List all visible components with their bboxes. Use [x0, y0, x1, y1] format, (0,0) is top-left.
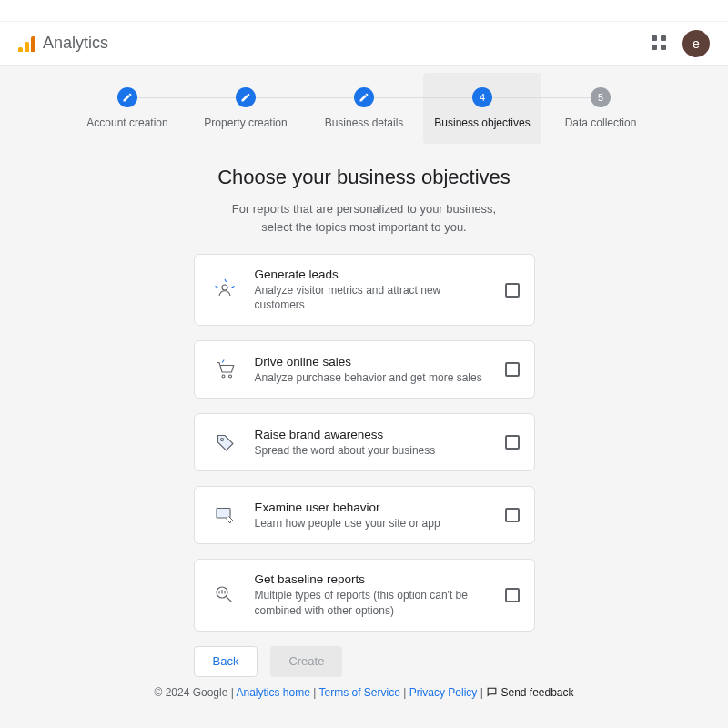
card-description: Multiple types of reports (this option c…	[255, 588, 490, 617]
step-account-creation[interactable]: Account creation	[68, 73, 187, 144]
card-description: Analyze purchase behavior and get more s…	[255, 370, 490, 385]
user-avatar[interactable]: e	[682, 30, 710, 57]
checkbox[interactable]	[505, 362, 520, 377]
objectives-list: Generate leads Analyze visitor metrics a…	[194, 254, 535, 632]
step-label: Property creation	[204, 116, 287, 129]
objective-get-baseline-reports[interactable]: Get baseline reports Multiple types of r…	[194, 559, 535, 631]
step-data-collection: 5 Data collection	[541, 73, 660, 144]
page-title: Choose your business objectives	[0, 166, 728, 189]
apps-grid-icon[interactable]	[652, 35, 668, 52]
pencil-icon	[359, 92, 369, 103]
card-title: Generate leads	[255, 268, 490, 281]
product-name: Analytics	[43, 34, 108, 53]
top-spacer	[0, 0, 728, 22]
objective-examine-user-behavior[interactable]: Examine user behavior Learn how people u…	[194, 486, 535, 544]
tag-icon	[209, 427, 240, 458]
card-description: Learn how people use your site or app	[255, 516, 490, 531]
page-subtitle: For reports that are personalized to you…	[0, 200, 728, 236]
analytics-home-link[interactable]: Analytics home	[237, 686, 310, 699]
pencil-icon	[240, 92, 251, 103]
leads-icon	[209, 275, 240, 306]
header-right: e	[652, 30, 710, 57]
step-label: Business objectives	[434, 116, 530, 129]
objective-drive-online-sales[interactable]: Drive online sales Analyze purchase beha…	[194, 340, 535, 399]
button-row: Back Create	[194, 646, 535, 677]
card-description: Spread the word about your business	[255, 443, 490, 458]
checkbox[interactable]	[505, 435, 520, 450]
step-label: Account creation	[86, 116, 167, 129]
card-title: Examine user behavior	[255, 500, 490, 514]
privacy-policy-link[interactable]: Privacy Policy	[410, 686, 478, 699]
card-description: Analyze visitor metrics and attract new …	[255, 283, 490, 312]
report-magnifier-icon	[209, 580, 240, 611]
stepper: Account creation Property creation Busin…	[0, 73, 728, 144]
checkbox[interactable]	[505, 588, 520, 602]
objective-generate-leads[interactable]: Generate leads Analyze visitor metrics a…	[194, 254, 535, 326]
screen-cursor-icon	[209, 500, 240, 531]
step-label: Business details	[325, 116, 404, 129]
app-header: Analytics e	[0, 22, 728, 66]
page-body: Account creation Property creation Busin…	[0, 66, 728, 728]
step-property-creation[interactable]: Property creation	[187, 73, 305, 144]
svg-point-2	[228, 375, 231, 378]
card-title: Get baseline reports	[255, 572, 490, 586]
terms-of-service-link[interactable]: Terms of Service	[318, 686, 399, 699]
feedback-icon	[486, 686, 498, 698]
legal-footer: © 2024 Google | Analytics home | Terms o…	[0, 686, 728, 699]
checkbox[interactable]	[505, 283, 520, 298]
svg-rect-4	[217, 509, 230, 519]
checkbox[interactable]	[505, 508, 520, 522]
step-number: 4	[472, 87, 492, 107]
svg-point-1	[222, 375, 225, 378]
step-number: 5	[591, 87, 611, 107]
back-button[interactable]: Back	[194, 646, 258, 677]
copyright: © 2024 Google	[154, 686, 228, 699]
pencil-icon	[122, 92, 133, 103]
header-left: Analytics	[18, 34, 108, 53]
svg-point-0	[222, 285, 228, 290]
svg-point-3	[220, 439, 223, 441]
objective-raise-brand-awareness[interactable]: Raise brand awareness Spread the word ab…	[194, 413, 535, 471]
card-title: Drive online sales	[255, 355, 490, 369]
step-business-objectives[interactable]: 4 Business objectives	[423, 73, 541, 144]
step-label: Data collection	[565, 116, 637, 129]
send-feedback-link[interactable]: Send feedback	[486, 686, 573, 699]
create-button[interactable]: Create	[270, 646, 342, 677]
cart-icon	[209, 354, 240, 385]
card-title: Raise brand awareness	[255, 428, 490, 441]
step-business-details[interactable]: Business details	[305, 73, 423, 144]
analytics-logo-icon	[18, 35, 35, 52]
